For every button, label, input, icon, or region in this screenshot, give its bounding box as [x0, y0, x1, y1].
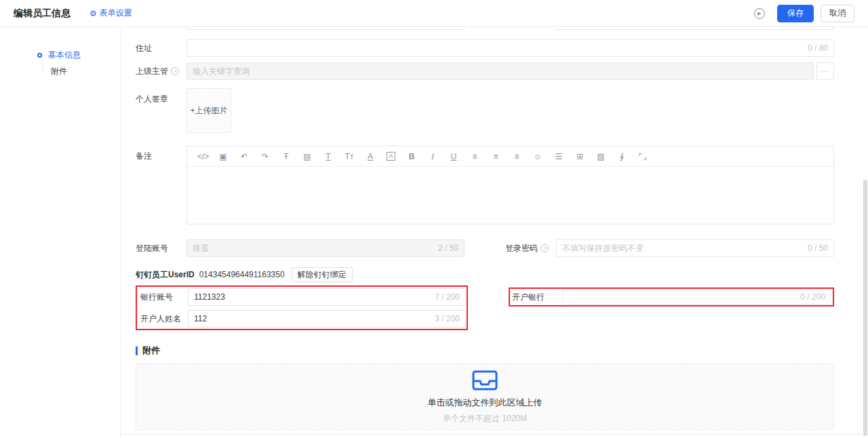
login-account-field: 登陆账号 2 / 50: [136, 239, 465, 257]
italic-icon[interactable]: I: [428, 152, 437, 161]
supervisor-input-wrap: [186, 62, 814, 80]
login-password-input[interactable]: [562, 243, 802, 253]
supervisor-label: 上级主管 ?: [136, 66, 186, 77]
supervisor-input[interactable]: [193, 66, 808, 76]
address-input-wrap: 0 / 80: [186, 39, 834, 57]
editor-body[interactable]: [187, 167, 833, 224]
login-password-field: 登录密码 ? 0 / 50: [505, 239, 834, 257]
redo-icon[interactable]: ↷: [260, 152, 270, 161]
login-row: 登陆账号 2 / 50 登录密码 ? 0 / 50: [136, 239, 834, 257]
header-bar: 编辑员工信息 ⚙ 表单设置 ▶ 保存 取消: [0, 0, 868, 27]
editor-toolbar: </>▣↶↷Ŧ▤TTтAABIU≡≡≡☺☰⊞▨∮⌜⌟: [187, 146, 833, 167]
form-settings-button[interactable]: ⚙ 表单设置: [90, 7, 132, 19]
remark-label: 备注: [136, 151, 186, 162]
table-icon[interactable]: ⊞: [575, 152, 585, 161]
bold-icon[interactable]: B: [407, 152, 416, 161]
frame-icon[interactable]: ▣: [218, 152, 228, 161]
bank-account-input[interactable]: [194, 292, 429, 302]
signature-label: 个人签章: [136, 94, 186, 105]
signature-upload-button[interactable]: +上传图片: [186, 88, 231, 133]
login-password-counter: 0 / 50: [808, 243, 828, 253]
bank-name-input-wrap: 0 / 200: [562, 290, 831, 304]
dingtalk-row: 钉钉员工UserID 0143454964491163350 解除钉钉绑定: [136, 266, 834, 283]
form-settings-label: 表单设置: [100, 7, 132, 19]
file-dropzone[interactable]: 单击或拖动文件到此区域上传 单个文件不超过 1020M: [136, 363, 834, 430]
bank-account-label: 银行账号: [140, 292, 188, 303]
login-password-label-text: 登录密码: [505, 243, 538, 254]
sidebar-item-basic-info[interactable]: 基本信息: [37, 49, 120, 61]
gear-icon: ⚙: [90, 9, 97, 18]
heading-icon[interactable]: T: [323, 152, 333, 161]
anchor-nav: 基本信息 附件: [37, 49, 120, 77]
login-account-input[interactable]: [193, 243, 433, 253]
question-circle-icon: ?: [171, 67, 179, 75]
align-left-icon[interactable]: ≡: [470, 152, 479, 161]
anchor-dot-icon: [37, 53, 42, 58]
header-actions: ▶ 保存 取消: [754, 5, 854, 22]
dropzone-text: 单击或拖动文件到此区域上传: [428, 397, 542, 409]
bank-name-counter: 0 / 200: [800, 292, 825, 302]
clear-format-icon[interactable]: Ŧ: [281, 152, 291, 161]
supervisor-more-button[interactable]: ···: [816, 62, 834, 80]
account-holder-row: 开户人姓名 3 / 200: [140, 310, 466, 327]
attachment-icon[interactable]: ∮: [617, 152, 627, 161]
align-center-icon[interactable]: ≡: [491, 152, 500, 161]
sidebar-item-label: 基本信息: [48, 49, 81, 61]
sidebar-item-attachments[interactable]: 附件: [37, 65, 120, 77]
highlight-icon[interactable]: A: [387, 152, 395, 161]
bank-name-input[interactable]: [568, 292, 795, 302]
sidebar: 基本信息 附件: [0, 27, 121, 438]
bank-fields-highlight-box: 银行账号 7 / 200 开户人姓名 3 / 200: [136, 285, 468, 330]
question-circle-icon: ?: [540, 244, 549, 252]
align-right-icon[interactable]: ≡: [512, 152, 521, 161]
bank-fields-band: 银行账号 7 / 200 开户人姓名 3 / 200: [136, 285, 834, 330]
cancel-button[interactable]: 取消: [821, 5, 854, 22]
login-account-input-wrap: 2 / 50: [186, 239, 465, 257]
dingtalk-userid-value: 0143454964491163350: [199, 270, 285, 279]
clipped-input-right[interactable]: [556, 27, 834, 30]
document-icon[interactable]: ▤: [302, 152, 312, 161]
address-row: 住址 0 / 80: [136, 39, 834, 57]
sidebar-item-label: 附件: [51, 66, 67, 77]
dingtalk-label: 钉钉员工UserID: [136, 269, 195, 281]
edit-employee-page: 编辑员工信息 ⚙ 表单设置 ▶ 保存 取消 基本信息 附件: [0, 0, 868, 438]
account-holder-input[interactable]: [194, 314, 429, 323]
image-icon[interactable]: ▨: [596, 152, 606, 161]
attachments-section-header: 附件: [136, 344, 834, 357]
bank-account-input-wrap: 7 / 200: [188, 288, 466, 306]
address-input[interactable]: [193, 43, 802, 53]
font-color-icon[interactable]: A: [366, 152, 375, 161]
address-counter: 0 / 80: [808, 43, 828, 53]
page-title: 编辑员工信息: [14, 7, 71, 20]
underline-icon[interactable]: U: [449, 152, 458, 161]
bank-account-row: 银行账号 7 / 200: [140, 288, 466, 306]
login-password-input-wrap: 0 / 50: [556, 239, 834, 257]
bank-account-counter: 7 / 200: [435, 292, 460, 302]
supervisor-label-text: 上级主管: [136, 66, 168, 77]
login-password-label: 登录密码 ?: [505, 243, 556, 254]
save-button[interactable]: 保存: [777, 5, 814, 22]
font-size-icon[interactable]: Tт: [344, 152, 354, 161]
attachments-section-title: 附件: [142, 344, 160, 357]
bank-name-label: 开户银行: [512, 292, 562, 303]
play-circle-icon[interactable]: ▶: [754, 8, 765, 19]
content-bottom-divider: [122, 434, 868, 435]
bank-name-highlight-box: 开户银行 0 / 200: [509, 287, 834, 306]
line-height-icon[interactable]: ☰: [554, 152, 564, 161]
address-label: 住址: [136, 43, 186, 54]
form-content: 住址 0 / 80 上级主管 ? ··· 个人签章: [122, 27, 868, 438]
code-icon[interactable]: </>: [197, 152, 207, 161]
inbox-icon: [471, 370, 498, 391]
account-holder-label: 开户人姓名: [140, 313, 188, 325]
login-account-counter: 2 / 50: [438, 243, 458, 253]
fullscreen-icon[interactable]: ⌜⌟: [638, 152, 648, 161]
emoji-icon[interactable]: ☺: [533, 152, 542, 161]
login-account-label: 登陆账号: [136, 243, 186, 254]
dingtalk-unbind-button[interactable]: 解除钉钉绑定: [292, 267, 353, 282]
section-bar-icon: [136, 346, 138, 355]
remark-row: 备注 </>▣↶↷Ŧ▤TTтAABIU≡≡≡☺☰⊞▨∮⌜⌟: [136, 146, 834, 224]
undo-icon[interactable]: ↶: [239, 152, 249, 161]
vertical-scrollbar[interactable]: [863, 180, 867, 436]
dropzone-hint: 单个文件不超过 1020M: [443, 413, 527, 424]
clipped-input-left[interactable]: [186, 27, 465, 30]
